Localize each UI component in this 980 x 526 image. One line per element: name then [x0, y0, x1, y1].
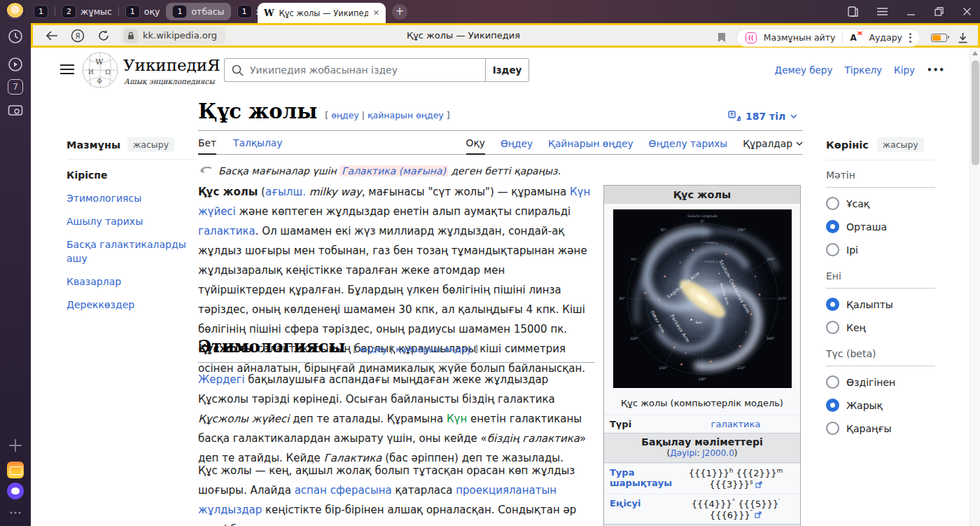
tab-history[interactable]: Өңделу тарихы [649, 138, 728, 154]
video-icon[interactable] [8, 57, 23, 72]
minimize-button[interactable] [906, 7, 916, 16]
tab-group-1[interactable]: 1 [34, 5, 48, 18]
tools-menu[interactable]: Құралдар [743, 138, 803, 154]
scrollbar-thumb[interactable] [972, 60, 979, 165]
bookmark-icon[interactable] [718, 32, 726, 43]
right-ascension-link[interactable]: Тура шарықтауы [610, 467, 672, 488]
radio-icon-selected[interactable] [826, 399, 839, 412]
screenshot-icon[interactable] [8, 103, 23, 118]
search-button[interactable]: Іздеу [485, 59, 528, 81]
close-button[interactable] [962, 7, 972, 16]
galaxy-image[interactable]: Scutum-Centaurus Arm Sagittarius Arm Nor… [604, 204, 800, 392]
radio-width-standard[interactable]: Қалыпты [826, 293, 935, 316]
mail-icon[interactable] [7, 462, 24, 478]
tab-edit-source[interactable]: Қайнарын өңдеу [548, 138, 634, 154]
tab-group-count: 1 [172, 5, 187, 18]
section-heading-row: Этимологиясы [ өңдеу | қайнарын өңдеу ] [198, 336, 595, 363]
yandex-search-icon[interactable]: Я [71, 29, 85, 43]
register-link[interactable]: Тіркелу [844, 64, 882, 76]
radio-text-large[interactable]: Ірі [826, 238, 935, 261]
toc-item-sources[interactable]: Дереккөздер [66, 298, 197, 312]
search-input[interactable] [225, 59, 485, 81]
svg-text:A: A [737, 116, 741, 122]
link-earth[interactable]: Жердегі [198, 373, 245, 386]
radio-icon-selected[interactable] [826, 298, 839, 311]
tab-read[interactable]: Оқу [466, 137, 485, 155]
toc-item-other-galaxies[interactable]: Басқа галактикаларды ашу [66, 237, 197, 265]
tab-close-icon[interactable]: ✕ [373, 8, 379, 18]
more-icon[interactable] [8, 505, 23, 520]
main-menu-icon[interactable] [60, 64, 74, 74]
url-chip[interactable]: kk.wikipedia.org [121, 27, 225, 45]
declination-link[interactable]: Еңісуі [610, 498, 640, 508]
refresh-icon[interactable] [97, 29, 110, 42]
wikipedia-logo[interactable]: W И Ω Ф [81, 50, 119, 90]
radio-color-auto[interactable]: Өздігінен [826, 371, 935, 394]
radio-icon[interactable] [826, 375, 839, 389]
radio-width-wide[interactable]: Кең [826, 316, 935, 339]
chevron-down-icon [796, 141, 803, 146]
infobox: Құс жолы [603, 185, 801, 526]
tab-group-family-active[interactable]: 1 отбасы [166, 3, 230, 20]
history-icon[interactable] [8, 29, 23, 44]
radio-color-light[interactable]: Жарық [826, 394, 935, 417]
read-aloud-button[interactable]: Мазмұнын айту [764, 32, 836, 43]
appearance-hide-button[interactable]: жасыру [877, 137, 924, 152]
galaxy-type-link[interactable]: галактика [711, 419, 761, 429]
tab-talk[interactable]: Талқылау [233, 137, 282, 155]
edit-link[interactable]: өңдеу [331, 110, 359, 120]
new-tab-button[interactable]: + [392, 4, 407, 20]
maximize-button[interactable] [934, 7, 944, 16]
side-panels-icon[interactable] [848, 6, 858, 17]
tab-page[interactable]: Бет [198, 137, 216, 155]
user-more-icon[interactable]: ••• [927, 65, 945, 75]
lock-icon[interactable] [124, 29, 138, 43]
group-separator [55, 7, 55, 16]
add-panel-icon[interactable] [8, 438, 23, 453]
language-button[interactable]: A 187 тіл [728, 111, 797, 122]
radio-text-small[interactable]: Ұсақ [826, 192, 935, 215]
edit-source-link[interactable]: қайнарын өңдеу [396, 344, 472, 354]
donate-link[interactable]: Демеу беру [775, 64, 833, 76]
tab-group-label: жұмыс [80, 6, 112, 17]
pill-more-icon[interactable] [909, 33, 911, 43]
alice-icon[interactable] [7, 483, 24, 499]
epoch-value-link[interactable]: J2000.0 [702, 448, 734, 458]
edit-source-link[interactable]: қайнарын өңдеу [368, 110, 444, 120]
radio-icon-selected[interactable] [826, 220, 839, 233]
download-icon[interactable] [958, 32, 968, 43]
tab-group-work[interactable]: 2 жұмыс [62, 5, 112, 18]
back-icon[interactable] [46, 31, 58, 41]
radio-icon[interactable] [826, 422, 839, 435]
radio-icon[interactable] [826, 321, 839, 334]
browser-menu-icon[interactable] [877, 8, 888, 15]
radio-text-standard[interactable]: Орташа [826, 215, 935, 238]
epoch-link[interactable]: Дәуірі [670, 448, 696, 458]
wikipedia-wordmark[interactable]: УикипедиЯ [123, 56, 220, 74]
browser-address-bar: Я kk.wikipedia.org Құс жолы — Уикипедия … [31, 23, 980, 48]
disambiguation-link[interactable]: Галактика (мағына) [340, 165, 448, 177]
radio-color-dark[interactable]: Қараңғы [826, 417, 935, 440]
toc-item-etymology[interactable]: Этимологиясы [66, 191, 197, 205]
battery-saver-icon[interactable] [931, 34, 947, 42]
toc-item-quasars[interactable]: Квазарлар [66, 275, 197, 289]
page-scrollbar[interactable] [969, 48, 980, 526]
tab-counter[interactable]: 7 [8, 79, 23, 95]
tab-edit[interactable]: Өңдеу [500, 138, 533, 154]
toc-hide-button[interactable]: жасыру [127, 137, 174, 152]
link-celestial-sphere[interactable]: аспан сферасына [295, 484, 392, 497]
tab-group-study[interactable]: 1 оқу [125, 5, 160, 18]
profile-avatar[interactable] [6, 2, 24, 21]
link-galaxy[interactable]: галактика [198, 225, 255, 237]
scrollbar-up-arrow[interactable] [972, 51, 978, 55]
translate-button[interactable]: Аудару [869, 32, 902, 43]
radio-icon[interactable] [826, 243, 839, 256]
toc-item-intro[interactable]: Кіріспе [66, 168, 197, 182]
link-sun[interactable]: Күн [447, 413, 467, 425]
toc-item-discovery[interactable]: Ашылу тарихы [66, 214, 197, 228]
active-browser-tab[interactable]: W Құс жолы — Уикипеди ✕ [258, 3, 386, 23]
radio-icon[interactable] [826, 197, 839, 210]
edit-link[interactable]: өңдеу [359, 344, 387, 354]
login-link[interactable]: Кіру [894, 64, 915, 76]
link-english[interactable]: ағылш. [265, 186, 306, 198]
